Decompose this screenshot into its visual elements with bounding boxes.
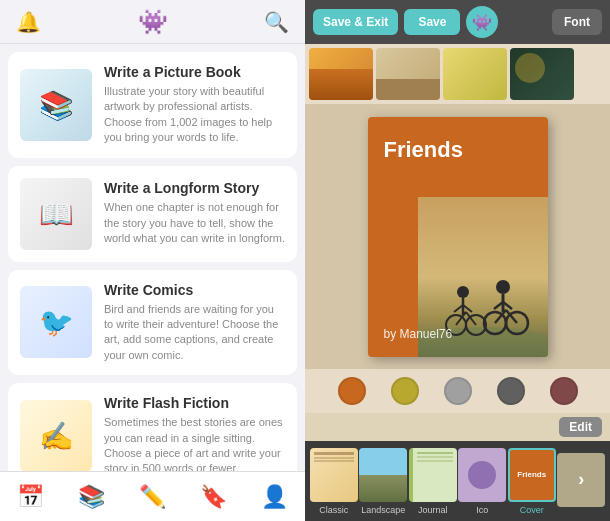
story-title: Write a Longform Story	[104, 180, 285, 196]
template-ico[interactable]: Ico	[458, 448, 506, 515]
story-desc: Illustrate your story with beautiful art…	[104, 84, 285, 146]
color-swatch-dark[interactable]	[497, 377, 525, 405]
right-panel: Save & Exit Save 👾 Font Friends by Manue…	[305, 0, 610, 521]
story-title: Write a Picture Book	[104, 64, 285, 80]
cover-title: Friends	[384, 137, 463, 163]
svg-point-2	[457, 286, 469, 298]
strip-thumb-3[interactable]	[443, 48, 507, 100]
footer-bookmark-icon[interactable]: 🔖	[200, 484, 227, 510]
template-thumb-journal	[409, 448, 457, 502]
template-label-cover: Cover	[520, 505, 544, 515]
story-desc: When one chapter is not enough for the s…	[104, 200, 285, 246]
story-thumbnail	[20, 286, 92, 358]
strip-thumb-4[interactable]	[510, 48, 574, 100]
story-title: Write Comics	[104, 282, 285, 298]
footer-write-icon[interactable]: ✏️	[139, 484, 166, 510]
color-swatch-red[interactable]	[550, 377, 578, 405]
template-thumb-ico	[458, 448, 506, 502]
color-swatches	[305, 369, 610, 413]
template-thumb-cover: Friends	[508, 448, 556, 502]
list-item[interactable]: Write a Longform Story When one chapter …	[8, 166, 297, 262]
color-swatch-gray[interactable]	[444, 377, 472, 405]
story-thumbnail	[20, 69, 92, 141]
font-button[interactable]: Font	[552, 9, 602, 35]
color-swatch-yellow[interactable]	[391, 377, 419, 405]
story-thumbnail	[20, 400, 92, 471]
story-text: Write a Picture Book Illustrate your sto…	[104, 64, 285, 146]
list-item[interactable]: Write Flash Fiction Sometimes the best s…	[8, 383, 297, 471]
save-button[interactable]: Save	[404, 9, 460, 35]
image-thumbnail-strip[interactable]	[305, 44, 610, 104]
footer-calendar-icon[interactable]: 📅	[17, 484, 44, 510]
search-icon[interactable]: 🔍	[264, 10, 289, 34]
footer-book-icon[interactable]: 📚	[78, 484, 105, 510]
template-journal[interactable]: Journal	[409, 448, 457, 515]
book-cover-area: Friends by Manuel76	[305, 104, 610, 369]
template-landscape[interactable]: Landscape	[359, 448, 407, 515]
story-text: Write a Longform Story When one chapter …	[104, 180, 285, 246]
template-label-classic: Classic	[319, 505, 348, 515]
story-list: Write a Picture Book Illustrate your sto…	[0, 44, 305, 471]
left-header: 🔔 👾 🔍	[0, 0, 305, 44]
bottom-nav: 📅 📚 ✏️ 🔖 👤	[0, 471, 305, 521]
cover-author: by Manuel76	[384, 327, 453, 341]
template-label-journal: Journal	[418, 505, 448, 515]
edit-button[interactable]: Edit	[559, 417, 602, 437]
story-text: Write Comics Bird and friends are waitin…	[104, 282, 285, 364]
template-strip: Classic Landscape Journal Ico	[305, 441, 610, 521]
template-label-ico: Ico	[476, 505, 488, 515]
template-classic[interactable]: Classic	[310, 448, 358, 515]
left-panel: 🔔 👾 🔍 Write a Picture Book Illustrate yo…	[0, 0, 305, 521]
app-logo-icon: 👾	[138, 8, 168, 36]
svg-point-11	[496, 280, 510, 294]
template-thumb-classic	[310, 448, 358, 502]
edit-row: Edit	[305, 413, 610, 441]
avatar: 👾	[466, 6, 498, 38]
template-label-landscape: Landscape	[361, 505, 405, 515]
story-text: Write Flash Fiction Sometimes the best s…	[104, 395, 285, 471]
template-more[interactable]: ›	[557, 453, 605, 510]
template-thumb-more: ›	[557, 453, 605, 507]
right-header: Save & Exit Save 👾 Font	[305, 0, 610, 44]
bell-icon[interactable]: 🔔	[16, 10, 41, 34]
save-exit-button[interactable]: Save & Exit	[313, 9, 398, 35]
story-thumbnail	[20, 178, 92, 250]
list-item[interactable]: Write a Picture Book Illustrate your sto…	[8, 52, 297, 158]
footer-user-icon[interactable]: 👤	[261, 484, 288, 510]
story-desc: Bird and friends are waiting for you to …	[104, 302, 285, 364]
story-title: Write Flash Fiction	[104, 395, 285, 411]
strip-thumb-1[interactable]	[309, 48, 373, 100]
color-swatch-orange[interactable]	[338, 377, 366, 405]
strip-thumb-2[interactable]	[376, 48, 440, 100]
template-thumb-landscape	[359, 448, 407, 502]
story-desc: Sometimes the best stories are ones you …	[104, 415, 285, 471]
book-cover: Friends by Manuel76	[368, 117, 548, 357]
template-cover[interactable]: Friends Cover	[508, 448, 556, 515]
list-item[interactable]: Write Comics Bird and friends are waitin…	[8, 270, 297, 376]
